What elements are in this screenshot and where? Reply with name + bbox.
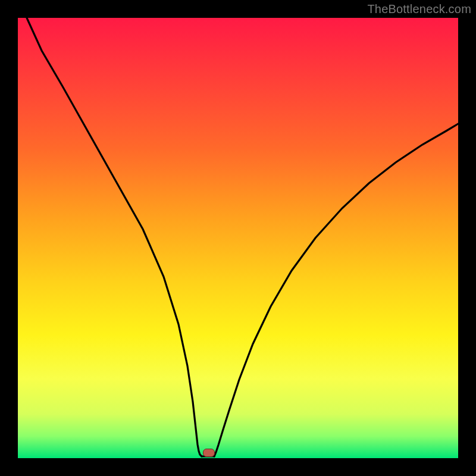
plot-area: [18, 18, 458, 458]
curve-left-branch: [27, 18, 202, 456]
curve-layer: [18, 18, 458, 458]
vertex-marker: [203, 449, 215, 457]
chart-frame: TheBottleneck.com: [0, 0, 476, 476]
watermark-text: TheBottleneck.com: [367, 2, 471, 16]
curve-right-branch: [214, 124, 458, 456]
